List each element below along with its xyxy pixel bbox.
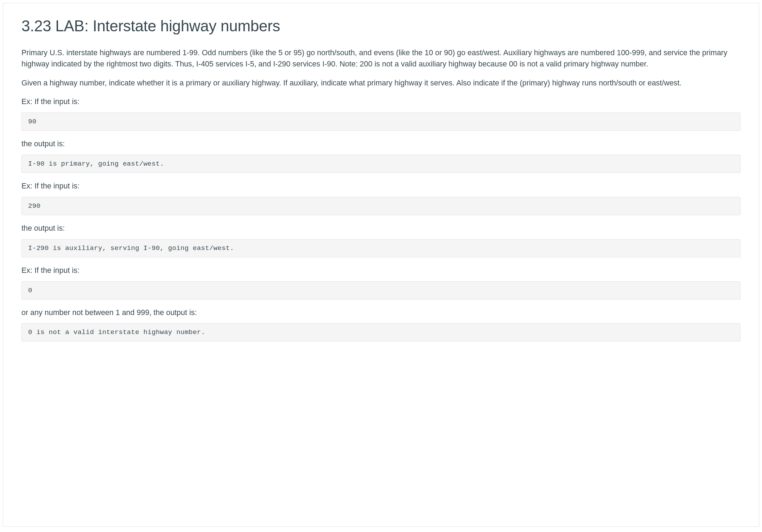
example-input-label: Ex: If the input is: (21, 96, 741, 108)
example-input-label: Ex: If the input is: (21, 265, 741, 276)
example-input-code: 290 (21, 197, 741, 215)
example-input-code: 0 (21, 281, 741, 300)
page-title: 3.23 LAB: Interstate highway numbers (21, 17, 741, 35)
example-output-label: the output is: (21, 139, 741, 150)
example-output-code: I-90 is primary, going east/west. (21, 155, 741, 173)
content-panel: 3.23 LAB: Interstate highway numbers Pri… (3, 3, 759, 527)
example-output-code: 0 is not a valid interstate highway numb… (21, 323, 741, 341)
example-output-code: I-290 is auxiliary, serving I-90, going … (21, 239, 741, 257)
example-input-label: Ex: If the input is: (21, 181, 741, 192)
intro-paragraph-1: Primary U.S. interstate highways are num… (21, 47, 741, 70)
example-output-label: the output is: (21, 223, 741, 234)
example-input-code: 90 (21, 113, 741, 131)
intro-paragraph-2: Given a highway number, indicate whether… (21, 78, 741, 89)
example-output-label: or any number not between 1 and 999, the… (21, 307, 741, 319)
